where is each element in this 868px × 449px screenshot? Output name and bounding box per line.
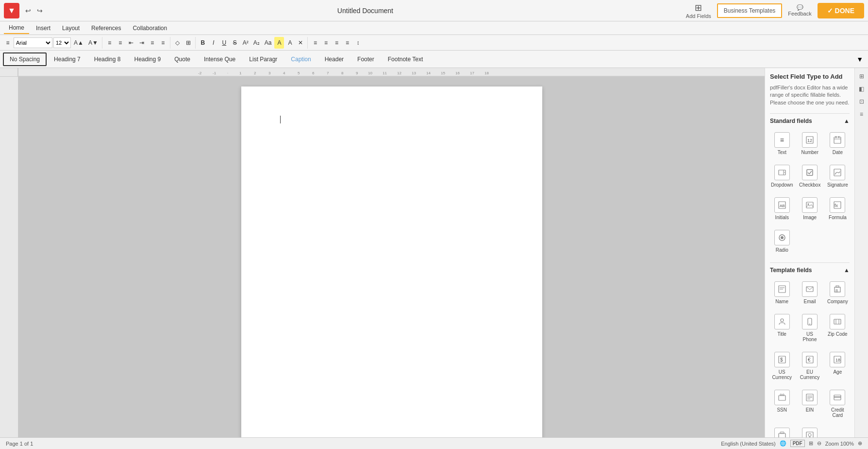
field-gender[interactable]: Gender — [798, 425, 821, 437]
field-company[interactable]: Company — [826, 278, 850, 307]
numbered-list-button[interactable]: ≡ — [116, 37, 125, 49]
style-header[interactable]: Header — [318, 52, 350, 66]
field-creditcard-label: Credit Card — [827, 407, 849, 418]
field-image[interactable]: Image — [798, 194, 822, 223]
style-intense-quote[interactable]: Intense Que — [198, 52, 242, 66]
style-caption[interactable]: Caption — [284, 52, 317, 66]
field-formula[interactable]: fx Formula — [826, 194, 850, 223]
style-heading7[interactable]: Heading 7 — [48, 52, 87, 66]
feedback-button[interactable]: 💬 Feedback — [788, 4, 811, 17]
business-templates-button[interactable]: Business Templates — [717, 3, 783, 18]
align-left-button[interactable]: ≡ — [310, 37, 320, 49]
font-case-button[interactable]: Aa — [263, 37, 274, 49]
toolbar-icon-left[interactable]: ≡ — [3, 37, 13, 49]
svg-text:18: 18 — [484, 71, 489, 75]
field-title[interactable]: Title — [770, 311, 794, 345]
menu-layout[interactable]: Layout — [57, 23, 84, 34]
shape-button[interactable]: ◇ — [173, 37, 183, 49]
field-dropdown[interactable]: Dropdown — [770, 162, 794, 190]
style-no-spacing[interactable]: No Spacing — [3, 52, 47, 66]
list-level-button[interactable]: ≡ — [158, 37, 168, 49]
style-quote[interactable]: Quote — [168, 52, 197, 66]
superscript-button[interactable]: A² — [241, 37, 250, 49]
field-checkbox[interactable]: Checkbox — [798, 162, 822, 190]
svg-text:12: 12 — [807, 138, 812, 143]
field-us-currency[interactable]: $ US Currency — [770, 349, 794, 383]
style-more-button[interactable]: ▼ — [854, 53, 865, 65]
align-center-button[interactable]: ≡ — [321, 37, 331, 49]
field-email[interactable]: Email — [798, 278, 821, 307]
field-ssn-label: SSN — [777, 407, 787, 413]
style-heading8[interactable]: Heading 8 — [88, 52, 127, 66]
highlight-button[interactable]: A — [274, 37, 284, 49]
panel-icon-3[interactable]: ⊡ — [856, 96, 867, 107]
subscript-button[interactable]: A₂ — [251, 37, 262, 49]
menu-collaboration[interactable]: Collaboration — [128, 23, 172, 34]
undo-button[interactable]: ↩ — [23, 5, 33, 17]
panel-icon-1[interactable]: ⊞ — [856, 71, 867, 82]
field-ein[interactable]: EIN — [798, 387, 821, 421]
insert-table-button[interactable]: ⊞ — [184, 37, 193, 49]
line-spacing-button[interactable]: ↕ — [353, 37, 363, 49]
decrease-font-button[interactable]: A▼ — [86, 37, 100, 49]
svg-rect-46 — [836, 290, 837, 292]
field-text[interactable]: ≡ Text — [770, 129, 794, 158]
template-fields-header: Template fields ▲ — [770, 262, 850, 274]
svg-text:6: 6 — [312, 71, 315, 75]
field-ssn[interactable]: SSN — [770, 387, 794, 421]
field-usphone[interactable]: US Phone — [798, 311, 821, 345]
panel-icon-4[interactable]: ≡ — [856, 109, 867, 120]
style-footer[interactable]: Footer — [351, 52, 381, 66]
field-zipcode[interactable]: Zip Code — [826, 311, 850, 345]
redo-button[interactable]: ↪ — [35, 5, 45, 17]
fit-page-icon[interactable]: ⊞ — [809, 440, 813, 447]
template-fields-collapse[interactable]: ▲ — [844, 267, 850, 274]
align-group: ≡ ≡ ≡ ≡ ↕ — [310, 37, 365, 49]
clear-format-button[interactable]: ✕ — [296, 37, 305, 49]
field-ein-icon — [802, 390, 818, 405]
style-list-paragraph[interactable]: List Paragr — [243, 52, 284, 66]
svg-text:3: 3 — [268, 71, 271, 75]
field-usstates[interactable]: US States — [770, 425, 794, 437]
font-color-button[interactable]: A — [285, 37, 295, 49]
menu-insert[interactable]: Insert — [31, 23, 55, 34]
menu-references[interactable]: References — [86, 23, 126, 34]
field-number[interactable]: 12 Number — [798, 129, 822, 158]
decrease-indent-button[interactable]: ⇤ — [126, 37, 136, 49]
panel-icon-2[interactable]: ◧ — [856, 84, 867, 94]
field-side-panel: Select Field Type to Add pdfFiller's doc… — [765, 68, 854, 437]
zoom-in-icon[interactable]: ⊕ — [858, 440, 862, 447]
svg-rect-30 — [807, 170, 813, 175]
field-name[interactable]: Name — [770, 278, 794, 307]
field-eu-currency[interactable]: € EU Currency — [798, 349, 821, 383]
zoom-out-icon[interactable]: ⊖ — [817, 440, 821, 447]
list-style-button[interactable]: ≡ — [148, 37, 157, 49]
style-heading9[interactable]: Heading 9 — [128, 52, 167, 66]
field-radio[interactable]: Radio — [770, 227, 794, 256]
bold-button[interactable]: B — [198, 37, 208, 49]
field-signature[interactable]: Signature — [826, 162, 850, 190]
font-size-select[interactable]: 12 — [53, 37, 71, 48]
underline-button[interactable]: U — [219, 37, 229, 49]
align-right-button[interactable]: ≡ — [332, 37, 341, 49]
done-button[interactable]: ✓ DONE — [818, 3, 864, 18]
standard-fields-collapse[interactable]: ▲ — [844, 118, 850, 124]
italic-button[interactable]: I — [209, 37, 218, 49]
add-fields-button[interactable]: ⊞ Add Fields — [686, 2, 711, 19]
strikethrough-button[interactable]: S — [230, 37, 240, 49]
field-number-icon: 12 — [802, 132, 818, 148]
field-creditcard[interactable]: Credit Card — [826, 387, 850, 421]
field-date[interactable]: Date — [826, 129, 850, 158]
increase-indent-button[interactable]: ⇥ — [137, 37, 147, 49]
menu-home[interactable]: Home — [4, 22, 29, 34]
document-scroll-area[interactable] — [18, 77, 765, 437]
align-justify-button[interactable]: ≡ — [342, 37, 352, 49]
field-initials[interactable]: AB Initials — [770, 194, 794, 223]
field-name-label: Name — [775, 299, 788, 304]
field-us-currency-icon: $ — [774, 352, 790, 367]
increase-font-button[interactable]: A▲ — [72, 37, 85, 49]
style-footnote[interactable]: Footnote Text — [382, 52, 430, 66]
font-family-select[interactable]: Arial — [14, 37, 52, 48]
bullet-list-button[interactable]: ≡ — [105, 37, 115, 49]
field-age[interactable]: 18 Age — [826, 349, 850, 383]
